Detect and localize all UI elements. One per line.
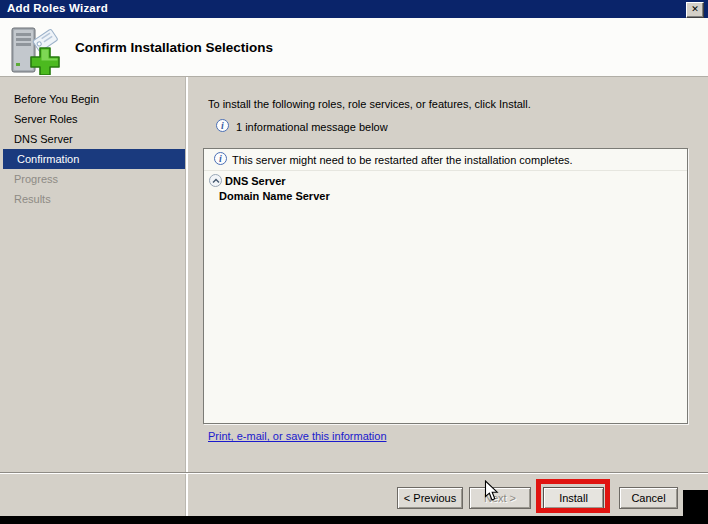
install-button[interactable]: Install: [543, 487, 604, 509]
info-icon: i: [214, 152, 227, 165]
print-email-save-link[interactable]: Print, e-mail, or save this information: [208, 430, 387, 442]
restart-message: This server might need to be restarted a…: [232, 154, 573, 166]
previous-button[interactable]: < Previous: [397, 487, 463, 509]
close-icon: ✕: [691, 4, 699, 14]
add-roles-wizard-window: Add Roles Wizard ✕ Confirm Installation …: [0, 0, 708, 524]
cancel-button[interactable]: Cancel: [619, 487, 678, 509]
sidebar-item-results: Results: [0, 189, 185, 209]
confirmation-details-box: i This server might need to be restarted…: [203, 148, 688, 424]
close-button[interactable]: ✕: [686, 2, 704, 18]
screen-artifact-right: [683, 490, 708, 524]
info-icon: i: [216, 119, 229, 132]
window-title: Add Roles Wizard: [7, 2, 108, 14]
sidebar-item-confirmation[interactable]: Confirmation: [3, 149, 185, 169]
restart-message-row: i This server might need to be restarted…: [204, 149, 687, 171]
next-button: Next >: [469, 487, 531, 509]
title-bar: Add Roles Wizard ✕: [0, 0, 708, 18]
page-title: Confirm Installation Selections: [75, 40, 273, 55]
intro-text: To install the following roles, role ser…: [208, 98, 678, 110]
sidebar-divider: [185, 77, 188, 516]
add-role-server-icon: [7, 27, 65, 77]
sidebar-item-progress: Progress: [0, 169, 185, 189]
sidebar-item-before-you-begin[interactable]: Before You Begin: [0, 89, 185, 109]
wizard-steps-sidebar: Before You Begin Server Roles DNS Server…: [0, 77, 185, 516]
section-title: DNS Server: [225, 175, 286, 187]
sidebar-item-server-roles[interactable]: Server Roles: [0, 109, 185, 129]
screen-artifact-bottom: [0, 516, 708, 524]
sidebar-item-dns-server[interactable]: DNS Server: [0, 129, 185, 149]
footer-separator: [0, 472, 708, 474]
dns-server-section-header[interactable]: DNS Server: [204, 171, 687, 191]
info-summary-text: 1 informational message below: [236, 121, 388, 133]
chevron-up-icon[interactable]: [209, 174, 222, 187]
role-item: Domain Name Server: [219, 190, 330, 202]
